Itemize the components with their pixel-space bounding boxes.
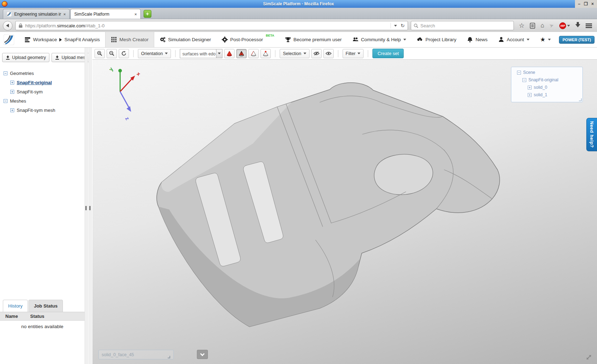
scene-node-snapfit-original[interactable]: SnapFit-original [517,77,582,82]
bookmarks-sidebar-icon[interactable] [530,23,535,29]
tab-mesh-creator[interactable]: Mesh Creator [105,32,154,47]
favorites-menu[interactable]: ★ [535,36,556,43]
tab-label: Simulation Designer [168,37,211,42]
cone-edges-icon [238,51,244,56]
tab-simulation-designer[interactable]: Simulation Designer [154,32,216,47]
breadcrumb-arrow-icon [59,38,62,42]
bookmark-star-icon[interactable]: ☆ [519,22,525,29]
column-status: Status [30,314,44,319]
selection-menu-button[interactable]: Selection [280,49,309,58]
tree-item-geometries[interactable]: Geometries [4,71,82,76]
render-wireframe-button[interactable] [248,49,259,58]
collapse-selection-button[interactable] [197,350,208,359]
become-premium-button[interactable]: Become premium user [280,37,347,43]
back-button[interactable] [3,21,12,31]
zoom-out-button[interactable] [107,49,117,58]
viewport-canvas[interactable]: y x z Scene SnapFit-original solid_0 [92,60,597,364]
collapse-icon[interactable] [4,71,7,75]
menu-label: Account [507,37,524,42]
scene-node-solid-1[interactable]: solid_1 [517,92,582,97]
reload-icon[interactable]: ↻ [400,23,405,28]
cone-points-icon [263,51,269,56]
orientation-menu-button[interactable]: Orientation [138,49,171,58]
need-help-tab[interactable]: Need help? [586,118,597,151]
tree-item-snapfit-sym[interactable]: SnapFit-sym [4,89,82,94]
url-bar[interactable]: https://platform.simscale.com/#tab_1-0 ↻ [15,21,408,30]
face-selection-input[interactable] [98,350,174,359]
people-icon [353,37,359,43]
power-test-button[interactable]: POWER (TEST) [559,36,595,44]
simscale-logo[interactable] [0,32,19,47]
render-mode-select[interactable]: surfaces with edo [180,49,222,58]
expand-icon[interactable] [528,86,532,89]
viewport-toolbar: Orientation surfaces with edo [92,48,597,60]
hide-selection-button[interactable] [311,49,322,58]
account-menu[interactable]: Account [493,37,535,43]
collapse-icon[interactable] [522,78,526,82]
url-dropdown-icon[interactable] [394,25,397,27]
search-input[interactable] [420,23,511,28]
tree-item-snapfit-original[interactable]: SnapFit-original [4,80,82,85]
new-tab-button[interactable]: + [144,10,151,18]
search-bar[interactable] [411,21,514,30]
breadcrumb[interactable]: Workspace SnapFit Analysis [19,32,105,47]
news-button[interactable]: News [462,37,493,43]
reset-view-button[interactable] [119,49,129,58]
bottom-tabs: History Job Status [0,300,85,312]
tree-item-meshes[interactable]: Meshes [4,98,82,104]
panel-splitter[interactable] [88,48,92,364]
zoom-in-button[interactable] [95,49,105,58]
resize-handle-icon[interactable] [168,356,170,358]
show-selection-button[interactable] [323,49,334,58]
tab-job-status[interactable]: Job Status [28,300,63,312]
browser-tab-simscale-platform[interactable]: SimScale Platform × [70,9,141,19]
select-arrow-button[interactable] [216,49,222,58]
home-icon[interactable]: ⌂ [540,22,544,29]
filter-menu-button[interactable]: Filter [343,49,364,58]
beta-badge: BETA [266,34,274,37]
y-axis-dot [118,69,122,72]
tab-close-icon[interactable]: × [135,12,137,16]
expand-icon[interactable] [528,93,532,97]
fullscreen-icon[interactable] [585,353,593,361]
tab-close-icon[interactable]: × [64,12,66,16]
button-label: Upload geometry [12,55,46,60]
snapfit-buckle-model[interactable] [92,60,597,364]
expand-icon[interactable] [10,90,14,94]
panel-splitter[interactable] [85,48,88,364]
minimize-button[interactable]: – [578,2,581,6]
send-tab-icon[interactable]: ➤ [549,22,555,29]
expand-icon[interactable] [10,108,14,112]
render-surfaces-button[interactable] [224,49,235,58]
close-button[interactable]: × [591,2,594,6]
render-surfaces-edges-button[interactable] [236,49,247,58]
tab-history[interactable]: History [3,300,28,312]
tab-post-processor[interactable]: Post-Processor BETA [216,32,280,47]
tree-item-snapfit-sym-mesh[interactable]: SnapFit-sym mesh [4,108,82,113]
community-help-menu[interactable]: Community & Help [347,37,412,43]
zoom-in-icon [97,51,102,56]
empty-table-message: no entities available [0,322,85,329]
scene-node-solid-0[interactable]: solid_0 [517,85,582,90]
upload-geometry-button[interactable]: Upload geometry [2,53,49,62]
collapse-icon[interactable] [517,71,521,75]
render-mode-value: surfaces with edo [180,49,216,58]
create-set-button[interactable]: Create set [372,49,404,58]
adblock-button[interactable]: ABP [559,22,570,29]
browser-tab-engineering[interactable]: Engineering simulation in yo... × [3,9,70,19]
restore-button[interactable]: ❐ [584,2,588,6]
menu-icon[interactable] [586,23,592,28]
collapse-icon[interactable] [4,99,7,103]
job-status-table-header: Name Status [0,312,85,321]
menu-label: Project Library [425,37,456,42]
project-library-button[interactable]: Project Library [412,37,462,43]
adblock-icon: ABP [559,22,566,29]
firefox-icon[interactable] [2,1,7,7]
downloads-icon[interactable] [575,24,580,27]
panel-resize-handle[interactable] [579,98,582,101]
node-label: SnapFit-original [528,77,558,82]
scene-node-scene[interactable]: Scene [517,70,582,75]
render-points-button[interactable] [260,49,271,58]
simscale-favicon [7,12,12,17]
expand-icon[interactable] [10,81,14,85]
